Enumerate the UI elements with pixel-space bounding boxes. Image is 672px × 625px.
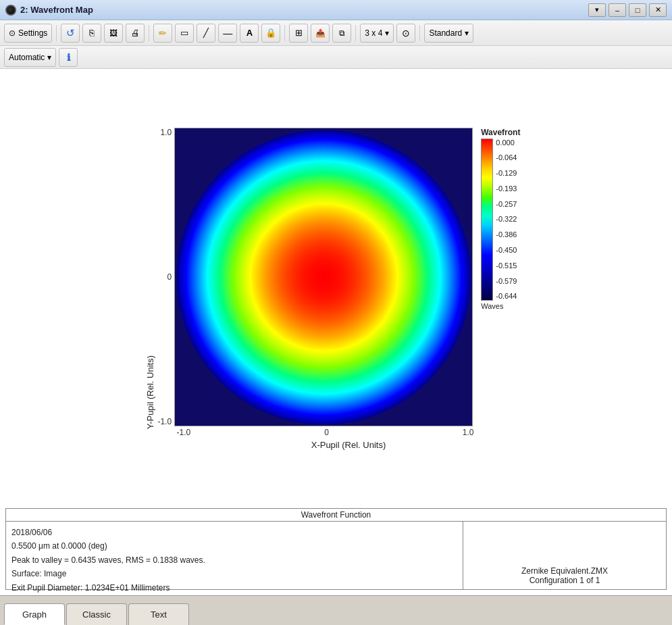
- toolbar-separator-2: [149, 25, 149, 41]
- x-axis-label: X-Pupil (Rel. Units): [177, 440, 521, 450]
- automatic-button[interactable]: Automatic ▾: [4, 48, 56, 67]
- automatic-label: Automatic: [9, 53, 45, 62]
- chart-right: 1.0 0 -1.0 Wavefront: [158, 128, 521, 450]
- rectangle-icon: ▭: [180, 28, 188, 38]
- automatic-chevron-icon: ▾: [47, 53, 51, 62]
- colorbar-label-5: -0.322: [496, 215, 517, 223]
- tab-classic[interactable]: Classic: [66, 603, 127, 625]
- info-panel-header: Wavefront Function: [6, 509, 666, 522]
- x-tick-labels: -1.0 0 1.0: [177, 428, 474, 437]
- info-left: 2018/06/06 0.5500 μm at 0.0000 (deg) Pea…: [6, 522, 463, 589]
- settings-button[interactable]: ⊙ Settings: [4, 24, 52, 43]
- export-icon: 📤: [315, 28, 326, 38]
- grid-size-button[interactable]: 3 x 4 ▾: [360, 24, 394, 43]
- layers-icon: ⧉: [339, 28, 345, 38]
- colorbar-labels: 0.000 -0.064 -0.129 -0.193 -0.257 -0.322…: [496, 139, 517, 301]
- chart-container: Y-Pupil (Rel. Units) 1.0 0 -1.0: [145, 128, 521, 450]
- colorbar-label-2: -0.129: [496, 169, 517, 177]
- pencil-button[interactable]: ✏: [153, 24, 172, 43]
- copy-button[interactable]: ⎘: [82, 24, 101, 43]
- info-right-line-1: Zernike Equivalent.ZMX: [521, 566, 608, 576]
- target-icon: ⊙: [402, 28, 410, 39]
- colorbar: Wavefront 0.000 -0.064 -0.129 -0.193 -0.…: [481, 128, 520, 310]
- export-button[interactable]: 📤: [311, 24, 330, 43]
- y-tick-mid: 0: [167, 272, 172, 282]
- print-icon: 🖨: [131, 28, 140, 38]
- text-tool-icon: A: [247, 28, 253, 38]
- refresh-button[interactable]: ↺: [61, 24, 80, 43]
- x-tick-right: 1.0: [463, 428, 474, 437]
- colorbar-label-9: -0.579: [496, 277, 517, 285]
- colorbar-label-0: 0.000: [496, 139, 517, 147]
- main-content: Y-Pupil (Rel. Units) 1.0 0 -1.0: [0, 69, 672, 595]
- main-toolbar: ⊙ Settings ↺ ⎘ 🖼 🖨 ✏ ▭ ╱ — A 🔒 ⊞ 📤 ⧉ 3 x: [0, 20, 672, 46]
- text-tool-button[interactable]: A: [240, 24, 259, 43]
- help-button[interactable]: ℹ: [59, 48, 78, 67]
- settings-chevron-icon: ⊙: [9, 28, 16, 38]
- rectangle-button[interactable]: ▭: [175, 24, 194, 43]
- info-line-2: 0.5500 μm at 0.0000 (deg): [11, 539, 457, 553]
- grid-view-icon: ⊞: [295, 28, 303, 38]
- info-body: 2018/06/06 0.5500 μm at 0.0000 (deg) Pea…: [6, 522, 666, 589]
- title-bar: 2: Wavefront Map ▾ – □ ✕: [0, 0, 672, 20]
- colorbar-label-7: -0.450: [496, 246, 517, 254]
- colorbar-title: Wavefront: [481, 128, 520, 137]
- line-icon: ╱: [203, 28, 209, 38]
- x-tick-left: -1.0: [177, 428, 191, 437]
- refresh-icon: ↺: [66, 27, 75, 39]
- tab-graph-label: Graph: [22, 609, 47, 620]
- y-tick-bot: -1.0: [158, 417, 172, 426]
- image-button[interactable]: 🖼: [104, 24, 123, 43]
- app-icon: [5, 5, 16, 16]
- colorbar-label-8: -0.515: [496, 261, 517, 270]
- info-panel: Wavefront Function 2018/06/06 0.5500 μm …: [5, 508, 667, 590]
- canvas-wrapper: [174, 128, 473, 426]
- tab-text[interactable]: Text: [128, 603, 189, 625]
- dash-button[interactable]: —: [218, 24, 237, 43]
- layers-button[interactable]: ⧉: [332, 24, 351, 43]
- tab-graph[interactable]: Graph: [4, 603, 65, 625]
- target-button[interactable]: ⊙: [396, 24, 415, 43]
- colorbar-label-4: -0.257: [496, 200, 517, 208]
- minimize-button[interactable]: ▾: [588, 3, 606, 17]
- style-chevron-icon: ▾: [465, 28, 469, 38]
- colorbar-unit: Waves: [481, 302, 503, 310]
- colorbar-row: 0.000 -0.064 -0.129 -0.193 -0.257 -0.322…: [481, 139, 517, 301]
- maximize-button[interactable]: □: [629, 3, 646, 17]
- y-tick-top: 1.0: [161, 128, 172, 137]
- window-title: 2: Wavefront Map: [20, 5, 93, 15]
- toolbar-separator-3: [284, 25, 285, 41]
- y-axis-label: Y-Pupil (Rel. Units): [145, 355, 155, 429]
- plot-and-legend: Wavefront 0.000 -0.064 -0.129 -0.193 -0.…: [174, 128, 520, 426]
- copy-icon: ⎘: [89, 28, 95, 38]
- y-tick-labels: 1.0 0 -1.0: [158, 128, 172, 426]
- line-button[interactable]: ╱: [197, 24, 215, 43]
- settings-label: Settings: [18, 28, 47, 38]
- info-line-3: Peak to valley = 0.6435 waves, RMS = 0.1…: [11, 553, 457, 567]
- wavefront-map-canvas: [174, 128, 473, 426]
- restore-button[interactable]: –: [609, 3, 626, 17]
- image-icon: 🖼: [109, 28, 118, 38]
- info-right-line-2: Configuration 1 of 1: [529, 576, 600, 585]
- colorbar-label-3: -0.193: [496, 184, 517, 193]
- lock-button[interactable]: 🔒: [261, 24, 280, 43]
- pencil-icon: ✏: [159, 28, 167, 39]
- toolbar-separator-5: [419, 25, 420, 41]
- help-icon: ℹ: [67, 52, 70, 63]
- grid-size-label: 3 x 4: [365, 28, 382, 38]
- info-line-5: Exit Pupil Diameter: 1.0234E+01 Millimet…: [11, 581, 457, 595]
- print-button[interactable]: 🖨: [126, 24, 145, 43]
- lock-icon: 🔒: [265, 28, 276, 38]
- info-right: Zernike Equivalent.ZMX Configuration 1 o…: [463, 522, 666, 589]
- close-button[interactable]: ✕: [649, 3, 667, 17]
- toolbar-separator-4: [355, 25, 356, 41]
- colorbar-label-10: -0.644: [496, 292, 517, 300]
- grid-view-button[interactable]: ⊞: [289, 24, 308, 43]
- style-label: Standard: [429, 28, 462, 38]
- toolbar-separator-1: [56, 25, 57, 41]
- bottom-tabs: Graph Classic Text: [0, 595, 672, 625]
- chart-with-axes: Y-Pupil (Rel. Units) 1.0 0 -1.0: [145, 128, 521, 450]
- secondary-toolbar: Automatic ▾ ℹ: [0, 46, 672, 69]
- tab-classic-label: Classic: [82, 609, 111, 620]
- style-button[interactable]: Standard ▾: [424, 24, 473, 43]
